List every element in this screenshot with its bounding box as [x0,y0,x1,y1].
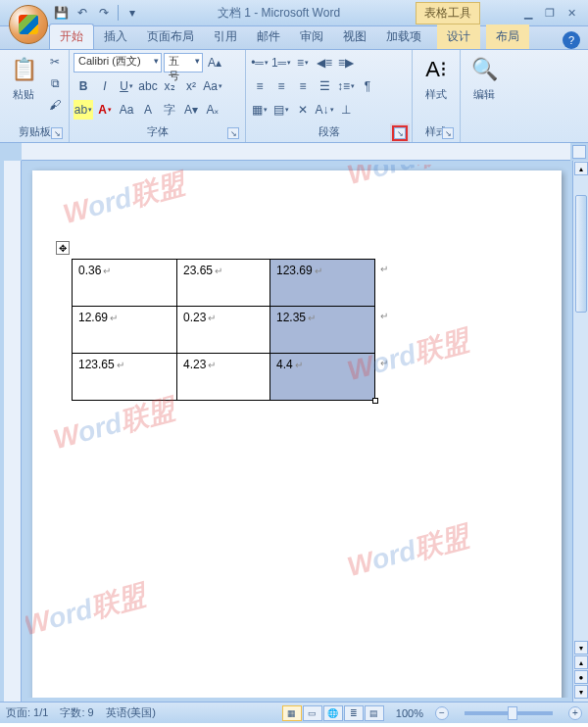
tab-home[interactable]: 开始 [49,24,94,49]
clipboard-dialog-launcher[interactable]: ↘ [51,127,63,139]
save-icon[interactable]: 💾 [51,3,71,23]
status-words[interactable]: 字数: 9 [60,705,93,720]
tab-insert[interactable]: 插入 [94,24,137,49]
borders-icon[interactable]: ▤ [271,100,291,120]
asian-layout-icon[interactable]: ✕ [293,100,313,120]
show-marks-icon[interactable]: ¶ [358,76,377,96]
table-row[interactable]: 123.65 4.23 4.4↵ [73,354,375,401]
numbering-icon[interactable]: 1═ [271,53,291,73]
zoom-slider[interactable] [465,711,553,715]
zoom-in-icon[interactable]: + [568,706,582,720]
shading-icon[interactable]: ▦ [250,100,270,120]
table-cell-selected[interactable]: 12.35↵ [270,307,375,354]
view-fullscreen-icon[interactable]: ▭ [303,705,322,721]
restore-icon[interactable]: ❐ [541,5,559,21]
office-button[interactable] [9,5,48,44]
copy-icon[interactable]: ⧉ [45,73,65,93]
font-dialog-launcher[interactable]: ↘ [227,127,239,139]
table-row[interactable]: 12.69 0.23 12.35↵ [73,307,375,354]
zoom-out-icon[interactable]: − [435,706,449,720]
decrease-indent-icon[interactable]: ◀≡ [315,53,334,73]
table-cell[interactable]: 23.65 [176,260,270,307]
styles-button[interactable]: A⁝ 样式 [416,52,456,104]
horizontal-ruler[interactable] [22,143,570,161]
tab-review[interactable]: 审阅 [290,24,333,49]
tab-mailings[interactable]: 邮件 [247,24,290,49]
document-table[interactable]: 0.36 23.65 123.69↵ 12.69 0.23 12.35↵ 123… [72,259,375,401]
font-size-combo[interactable]: 五号 [164,53,203,73]
table-move-handle[interactable]: ✥ [56,241,70,255]
tab-references[interactable]: 引用 [204,24,247,49]
char-border-icon[interactable]: A [138,100,158,120]
paragraph-dialog-launcher[interactable]: ↘ [394,127,406,139]
highlight-icon[interactable]: ab [74,100,93,120]
table-cell-selected[interactable]: 4.4↵ [270,354,375,401]
scroll-down-icon[interactable]: ▾ [574,641,588,654]
zoom-level[interactable]: 100% [396,707,423,719]
minimize-icon[interactable]: ▁ [519,5,537,21]
view-outline-icon[interactable]: ≣ [344,705,364,721]
align-right-icon[interactable]: ≡ [293,76,313,96]
table-cell[interactable]: 4.23 [176,354,270,401]
ruler-toggle[interactable] [572,145,586,159]
font-family-combo[interactable]: Calibri (西文) [74,53,162,73]
view-draft-icon[interactable]: ▤ [365,705,384,721]
grow-font-icon[interactable]: A▴ [205,53,224,73]
strikethrough-icon[interactable]: abc [138,76,158,96]
table-cell[interactable]: 0.23 [176,307,270,354]
paste-button[interactable]: 📋 粘贴 [4,52,43,104]
editing-button[interactable]: 🔍 编辑 [465,52,504,104]
styles-dialog-launcher[interactable]: ↘ [442,127,454,139]
table-resize-handle[interactable] [372,398,378,404]
align-left-icon[interactable]: ≡ [250,76,270,96]
view-print-layout-icon[interactable]: ▦ [282,705,302,721]
vertical-scrollbar[interactable]: ▴ ▾ ▴ ● ▾ [572,161,588,702]
view-web-icon[interactable]: 🌐 [323,705,343,721]
table-cell[interactable]: 12.69 [73,307,177,354]
italic-icon[interactable]: I [95,76,115,96]
table-cell-selected[interactable]: 123.69↵ [270,260,375,307]
scroll-up-icon[interactable]: ▴ [574,162,588,175]
redo-icon[interactable]: ↷ [94,3,114,23]
document-page[interactable]: ✥ 0.36 23.65 123.69↵ 12.69 0.23 12.35↵ 1… [32,170,562,698]
bullets-icon[interactable]: •═ [250,53,270,73]
underline-icon[interactable]: U [117,76,136,96]
multilevel-icon[interactable]: ≡ [293,53,313,73]
sort-icon[interactable]: A↓ [315,100,334,120]
undo-icon[interactable]: ↶ [73,3,92,23]
change-case-icon[interactable]: Aa [203,76,222,96]
phonetic-icon[interactable]: 字 [160,100,179,120]
status-page[interactable]: 页面: 1/1 [6,705,48,720]
status-language[interactable]: 英语(美国) [106,705,156,720]
tabs-icon[interactable]: ⊥ [336,100,356,120]
justify-icon[interactable]: ☰ [315,76,334,96]
line-spacing-icon[interactable]: ↕≡ [336,76,356,96]
align-center-icon[interactable]: ≡ [271,76,291,96]
tab-view[interactable]: 视图 [333,24,376,49]
format-painter-icon[interactable]: 🖌 [45,95,65,115]
next-page-icon[interactable]: ▾ [574,685,588,699]
increase-indent-icon[interactable]: ≡▶ [336,53,356,73]
prev-page-icon[interactable]: ▴ [574,655,588,669]
clear-format-icon[interactable]: Aₓ [203,100,222,120]
cut-icon[interactable]: ✂ [45,52,65,72]
table-cell[interactable]: 0.36 [73,260,177,307]
tab-layout[interactable]: 布局 [486,24,529,49]
close-icon[interactable]: ✕ [563,5,580,21]
bold-icon[interactable]: B [74,76,93,96]
table-row[interactable]: 0.36 23.65 123.69↵ [73,260,375,307]
scrollbar-thumb[interactable] [575,195,587,313]
table-cell[interactable]: 123.65 [73,354,177,401]
shrink-font-icon[interactable]: A▾ [181,100,201,120]
tab-addins[interactable]: 加载项 [376,24,431,49]
tab-page-layout[interactable]: 页面布局 [137,24,204,49]
font-color-icon[interactable]: A [95,100,115,120]
vertical-ruler[interactable] [4,161,22,702]
browse-object-icon[interactable]: ● [574,670,588,684]
char-scale-icon[interactable]: Aa [117,100,136,120]
help-icon[interactable]: ? [563,31,580,49]
page-scroll-container[interactable]: ✥ 0.36 23.65 123.69↵ 12.69 0.23 12.35↵ 1… [25,165,568,698]
qat-customize-icon[interactable]: ▾ [122,3,142,23]
tab-design[interactable]: 设计 [437,24,480,49]
superscript-icon[interactable]: x² [181,76,201,96]
